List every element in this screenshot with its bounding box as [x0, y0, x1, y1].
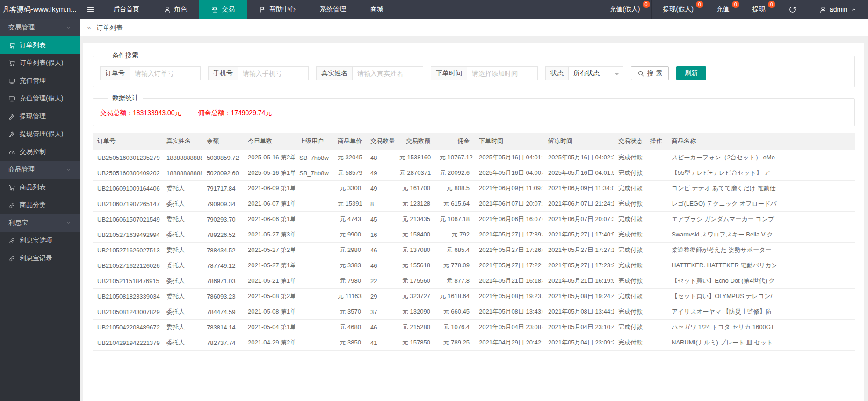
cell-parent_user	[295, 243, 333, 258]
sidebar-item[interactable]: 提现管理(假人)	[0, 125, 80, 143]
topbar-action[interactable]: 充值0	[705, 0, 741, 19]
cell-unfreeze_time: 2021年05月04日 23:10:43	[543, 320, 614, 335]
column-header-today_orders: 今日单数	[243, 133, 295, 150]
status-label: 状态	[545, 66, 568, 80]
search-field-input[interactable]	[467, 66, 538, 80]
nav-item[interactable]: 商城	[358, 0, 396, 19]
sidebar-item[interactable]: 商品分类	[0, 196, 80, 214]
cell-today_orders: 2021-06-09 第1单	[243, 181, 295, 196]
sidebar-item[interactable]: 充值管理(假人)	[0, 90, 80, 107]
cell-commission: 元 685.4	[435, 243, 474, 258]
cell-order_no: UB2505160301235279	[93, 150, 162, 165]
sidebar-group-title[interactable]: 商品管理	[0, 161, 80, 179]
column-header-qty: 交易数量	[366, 133, 395, 150]
nav-item-label: 商城	[370, 5, 383, 14]
nav-item[interactable]: 后台首页	[101, 0, 152, 19]
cell-status: 完成付款	[614, 320, 645, 335]
topbar-action[interactable]: 提现0	[741, 0, 777, 19]
cell-order_time: 2021年04月29日 20:42:22	[474, 335, 543, 351]
sidebar-item[interactable]: 交易控制	[0, 143, 80, 161]
nav-item[interactable]: 交易	[199, 0, 247, 19]
cell-order_no: UB2105211518476915	[93, 273, 162, 289]
sidebar-item[interactable]: 商品列表	[0, 179, 80, 196]
commission-total: 佣金总额：1749029.74元	[198, 109, 272, 116]
search-field-input[interactable]	[352, 66, 423, 80]
cell-amount: 元 132090	[395, 304, 435, 320]
cell-unit_price: 元 3383	[333, 258, 366, 273]
sidebar-item[interactable]: 利息宝记录	[0, 250, 80, 267]
sidebar-item-label: 商品列表	[20, 183, 46, 192]
sidebar-group-title[interactable]: 交易管理	[0, 19, 80, 36]
cell-unfreeze_time: 2025年05月16日 04:01:57	[543, 165, 614, 181]
cell-product_name: コンビ テテオ あてて磨くだけ 電動仕	[667, 181, 855, 196]
table-row: UB2105081823339034委托人786093.232021-05-08…	[93, 289, 855, 304]
nav-item-label: 帮助中心	[269, 5, 296, 14]
nav-item[interactable]: 帮助中心	[247, 0, 308, 19]
cell-balance: 790909.34	[202, 196, 243, 212]
sidebar-item-label: 交易控制	[20, 148, 46, 156]
sidebar-item[interactable]: 订单列表	[0, 36, 80, 54]
cell-parent_user	[295, 273, 333, 289]
nav-item[interactable]: 系统管理	[308, 0, 358, 19]
nav-item[interactable]: 角色	[152, 0, 199, 19]
search-field-input[interactable]	[238, 66, 309, 80]
sidebar-item-label: 提现管理	[20, 112, 46, 121]
cell-balance: 786093.23	[202, 289, 243, 304]
table-row: UB2106091009164406委托人791717.842021-06-09…	[93, 181, 855, 196]
cell-order_time: 2021年05月21日 16:18:47	[474, 273, 543, 289]
count-badge: 0	[696, 1, 703, 8]
sidebar-item-label: 利息宝记录	[20, 254, 52, 263]
sidebar-item[interactable]: 提现管理	[0, 107, 80, 125]
cell-today_orders: 2025-05-16 第1单	[243, 165, 295, 181]
person-icon	[819, 6, 826, 13]
refresh-button[interactable]	[777, 0, 808, 19]
column-header-product_name: 商品名称	[667, 133, 855, 150]
search-field-input[interactable]	[130, 66, 201, 80]
cell-order_no: UB2105081243007829	[93, 304, 162, 320]
cell-product_name: NARUMI(ナルミ) プレート 皿 セット	[667, 335, 855, 351]
link-icon	[8, 202, 15, 209]
cell-actions	[645, 258, 667, 273]
cell-product_name: ハセガワ 1/24 トヨタ セリカ 1600GT	[667, 320, 855, 335]
column-header-order_no: 订单号	[93, 133, 162, 150]
refresh-list-button[interactable]: 刷新	[676, 66, 706, 80]
cell-qty: 41	[366, 335, 395, 351]
user-menu[interactable]: admin	[808, 0, 868, 19]
cell-amount: 元 215280	[395, 320, 435, 335]
cell-amount: 元 213435	[395, 212, 435, 227]
content: 条件搜索 订单号手机号真实姓名下单时间 状态 所有状态 搜 索 刷新	[80, 36, 868, 401]
sidebar-item[interactable]: 充值管理	[0, 72, 80, 90]
chevron-down-icon	[615, 73, 619, 78]
sidebar-item[interactable]: 订单列表(假人)	[0, 54, 80, 72]
cell-parent_user	[295, 196, 333, 212]
cell-order_time: 2021年05月08日 13:43:00	[474, 304, 543, 320]
cell-unfreeze_time: 2021年06月09日 11:34:04	[543, 181, 614, 196]
cell-parent_user	[295, 181, 333, 196]
nav-item-label: 后台首页	[113, 5, 139, 14]
sidebar-toggle-button[interactable]	[80, 0, 101, 19]
cell-order_time: 2021年06月09日 11:09:16	[474, 181, 543, 196]
search-icon	[637, 70, 644, 77]
cell-commission: 元 660.45	[435, 304, 474, 320]
cell-today_orders: 2021-05-27 第1单	[243, 258, 295, 273]
status-select[interactable]: 所有状态	[568, 66, 623, 80]
cell-parent_user	[295, 212, 333, 227]
search-button[interactable]: 搜 索	[631, 66, 669, 80]
cell-real_name: 委托人	[162, 243, 202, 258]
search-field-label: 真实姓名	[316, 66, 352, 80]
topbar-action[interactable]: 提现(假人)0	[651, 0, 705, 19]
sidebar-item[interactable]: 利息宝选项	[0, 232, 80, 250]
cell-status: 完成付款	[614, 243, 645, 258]
main-nav: 后台首页角色交易帮助中心系统管理商城	[101, 0, 396, 19]
cell-parent_user	[295, 335, 333, 351]
cell-amount: 元 155618	[395, 258, 435, 273]
topbar-action[interactable]: 充值(假人)0	[598, 0, 651, 19]
sidebar-group-label: 利息宝	[8, 219, 28, 227]
cell-order_no: UB2105042208489672	[93, 320, 162, 335]
cell-today_orders: 2021-05-27 第3单	[243, 227, 295, 243]
sidebar-group-title[interactable]: 利息宝	[0, 214, 80, 232]
cell-balance: 788434.52	[202, 243, 243, 258]
cell-order_no: UB2105271622126026	[93, 258, 162, 273]
cell-qty: 49	[366, 181, 395, 196]
cell-commission: 元 808.5	[435, 181, 474, 196]
